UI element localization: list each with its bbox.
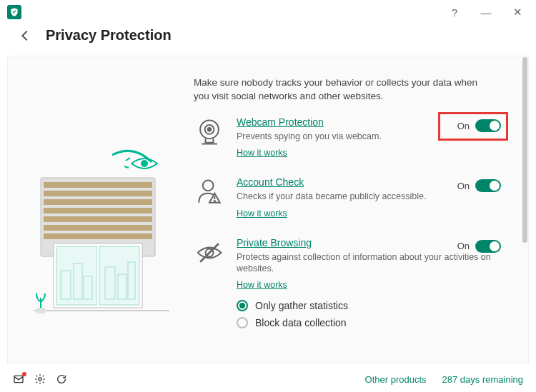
svg-line-30: [200, 243, 219, 262]
svg-rect-12: [56, 246, 96, 305]
feature-account-check: Account Check Checks if your data became…: [194, 176, 507, 218]
webcam-how-it-works-link[interactable]: How it works: [237, 148, 287, 158]
webcam-toggle-group: On: [457, 119, 501, 132]
account-check-toggle-group: On: [457, 179, 501, 192]
minimize-button[interactable]: —: [470, 0, 502, 24]
title-bar: ? — ✕: [0, 0, 536, 24]
refresh-icon[interactable]: [56, 373, 67, 385]
svg-point-32: [39, 378, 41, 381]
svg-rect-21: [36, 308, 45, 313]
other-products-link[interactable]: Other products: [365, 374, 427, 385]
content-panel: Make sure nobody tracks your behavior or…: [7, 56, 529, 363]
page-header: Privacy Protection: [0, 24, 536, 56]
radio-block-data-collection[interactable]: Block data collection: [237, 317, 507, 328]
webcam-protection-desc: Prevents spying on you via webcam.: [237, 131, 507, 142]
radio-unselected-icon: [237, 317, 248, 328]
private-browsing-toggle-group: On: [457, 240, 501, 253]
back-arrow-icon[interactable]: [17, 28, 33, 44]
account-check-desc: Checks if your data became publicly acce…: [237, 191, 507, 202]
svg-point-0: [141, 160, 148, 167]
svg-line-1: [126, 158, 130, 161]
privacy-illustration: [34, 149, 169, 321]
radio-label: Block data collection: [255, 317, 347, 328]
footer-bar: Other products 287 days remaining: [0, 366, 536, 392]
account-check-icon: [194, 176, 225, 208]
svg-point-24: [208, 128, 212, 131]
gear-icon[interactable]: [34, 373, 46, 385]
private-browsing-icon: [194, 237, 225, 268]
radio-label: Only gather statistics: [255, 300, 348, 311]
private-browsing-desc: Protects against collection of informati…: [237, 251, 507, 275]
mail-icon[interactable]: [13, 373, 24, 385]
scrollbar[interactable]: [522, 57, 527, 243]
webcam-toggle-label: On: [457, 121, 470, 131]
account-check-toggle[interactable]: [475, 179, 501, 192]
svg-point-26: [203, 181, 214, 191]
account-check-toggle-label: On: [457, 181, 470, 191]
radio-selected-icon: [237, 300, 248, 311]
page-title: Privacy Protection: [46, 27, 172, 44]
app-shield-icon: [7, 5, 21, 19]
svg-point-28: [214, 201, 215, 201]
radio-only-gather-statistics[interactable]: Only gather statistics: [237, 300, 507, 311]
feature-webcam-protection: Webcam Protection Prevents spying on you…: [194, 116, 507, 158]
account-check-how-link[interactable]: How it works: [237, 208, 287, 218]
window-controls: ? — ✕: [439, 0, 533, 24]
close-button[interactable]: ✕: [502, 0, 533, 24]
private-browsing-toggle-label: On: [457, 241, 470, 251]
license-remaining-link[interactable]: 287 days remaining: [442, 374, 523, 385]
webcam-icon: [194, 116, 225, 148]
feature-private-browsing: Private Browsing Protects against collec…: [194, 237, 507, 291]
svg-line-2: [124, 166, 129, 168]
features-list: Webcam Protection Prevents spying on you…: [194, 116, 507, 334]
private-browsing-mode-radios: Only gather statistics Block data collec…: [237, 300, 507, 328]
help-button[interactable]: ?: [439, 0, 470, 24]
private-browsing-toggle[interactable]: [475, 240, 501, 253]
footer-icons: [13, 373, 67, 385]
webcam-toggle[interactable]: [475, 119, 501, 132]
private-browsing-how-link[interactable]: How it works: [237, 280, 287, 290]
intro-text: Make sure nobody tracks your behavior or…: [194, 76, 492, 104]
